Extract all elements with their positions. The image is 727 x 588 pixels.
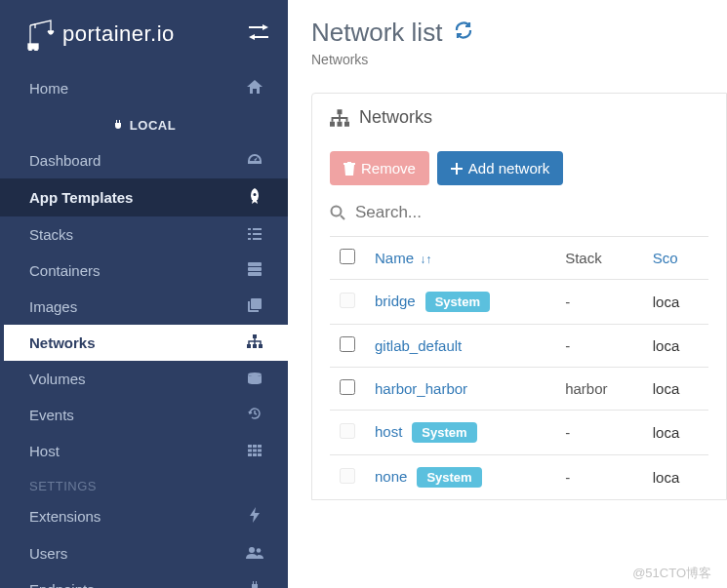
panel-title: Networks (359, 107, 432, 128)
watermark: @51CTO博客 (632, 565, 711, 582)
nav-extensions[interactable]: Extensions (0, 497, 288, 535)
system-tag: System (425, 292, 490, 312)
settings-heading: SETTINGS (0, 469, 288, 497)
nav-host[interactable]: Host (0, 433, 288, 469)
svg-rect-6 (253, 233, 262, 235)
button-label: Remove (361, 160, 416, 176)
table-row: noneSystem-loca (330, 455, 708, 500)
nav-users[interactable]: Users (0, 535, 288, 571)
plug-icon (245, 581, 264, 588)
add-network-button[interactable]: Add network (437, 151, 563, 185)
stack-cell: - (555, 280, 643, 325)
brand-text: portainer.io (62, 21, 175, 47)
nav-label: Stacks (29, 226, 73, 243)
svg-rect-7 (248, 238, 251, 240)
nav-label: Endpoints (29, 581, 95, 588)
stack-cell: harbor (555, 368, 643, 411)
nav-label: App Templates (29, 189, 133, 206)
nav-dashboard[interactable]: Dashboard (0, 142, 288, 178)
plug-icon (112, 120, 124, 132)
nav-label: Images (29, 298, 77, 315)
tachometer-icon (245, 152, 264, 169)
hdd-icon (245, 371, 264, 387)
nav-label: Extensions (29, 508, 101, 525)
row-checkbox (340, 468, 355, 484)
svg-rect-4 (253, 228, 262, 230)
select-all-checkbox[interactable] (340, 249, 355, 264)
remove-button[interactable]: Remove (330, 151, 429, 185)
network-name-link[interactable]: host (375, 423, 402, 440)
row-checkbox (340, 293, 355, 308)
svg-rect-12 (251, 298, 262, 309)
logo[interactable]: portainer.io (27, 18, 175, 51)
nav-images[interactable]: Images (0, 289, 288, 325)
nav-app-templates[interactable]: App Templates (0, 178, 288, 216)
page-title: Network list (311, 18, 442, 48)
stack-cell: - (555, 411, 643, 455)
nav-home[interactable]: Home (0, 68, 288, 108)
svg-point-17 (248, 372, 262, 376)
svg-rect-32 (338, 121, 343, 126)
network-name-link[interactable]: gitlab_default (375, 337, 462, 354)
nav-list: Home LOCAL Dashboard App Templates Stack… (0, 68, 288, 588)
scope-cell: loca (643, 455, 708, 500)
svg-rect-10 (248, 267, 262, 271)
svg-point-2 (35, 49, 37, 51)
svg-rect-18 (248, 445, 252, 448)
nav-containers[interactable]: Containers (0, 253, 288, 289)
stack-cell: - (555, 455, 643, 500)
search-icon (330, 205, 345, 220)
scope-cell: loca (643, 325, 708, 368)
nav-events[interactable]: Events (0, 397, 288, 433)
endpoint-section: LOCAL (0, 108, 288, 142)
col-name[interactable]: Name ↓↑ (365, 237, 555, 280)
svg-rect-14 (247, 344, 251, 348)
col-stack[interactable]: Stack (555, 237, 643, 280)
history-icon (245, 407, 264, 423)
svg-rect-30 (338, 109, 343, 114)
nav-stacks[interactable]: Stacks (0, 216, 288, 253)
svg-rect-22 (253, 450, 257, 452)
search-input[interactable] (355, 203, 550, 222)
nav-label: Containers (29, 262, 101, 279)
col-scope[interactable]: Sco (643, 237, 708, 280)
svg-rect-11 (248, 272, 262, 276)
row-checkbox[interactable] (340, 336, 355, 352)
network-name-link[interactable]: harbor_harbor (375, 380, 467, 397)
svg-rect-8 (253, 238, 262, 240)
svg-rect-20 (258, 445, 262, 448)
row-checkbox[interactable] (340, 379, 355, 395)
svg-rect-21 (248, 450, 252, 452)
svg-rect-25 (253, 453, 257, 456)
plus-icon (451, 163, 463, 175)
nav-label: Users (29, 545, 67, 562)
users-icon (245, 545, 264, 562)
svg-rect-3 (248, 228, 251, 230)
crane-icon (27, 18, 57, 51)
table-row: bridgeSystem-loca (330, 280, 708, 325)
row-checkbox (340, 423, 355, 439)
th-icon (245, 443, 264, 459)
page-header: Network list Networks (311, 18, 727, 67)
svg-point-1 (29, 49, 31, 51)
svg-rect-24 (248, 453, 252, 456)
search-row (330, 203, 708, 222)
sidebar-toggle-icon[interactable] (249, 24, 268, 45)
nav-label: Events (29, 407, 74, 423)
scope-cell: loca (643, 280, 708, 325)
svg-rect-31 (330, 121, 335, 126)
server-icon (245, 262, 264, 279)
nav-volumes[interactable]: Volumes (0, 361, 288, 397)
svg-point-28 (257, 548, 262, 553)
nav-networks[interactable]: Networks (0, 325, 288, 361)
nav-label: Volumes (29, 371, 86, 387)
refresh-icon[interactable] (454, 20, 473, 45)
svg-rect-13 (253, 334, 257, 338)
nav-endpoints[interactable]: Endpoints (0, 571, 288, 588)
nav-label: Home (29, 80, 68, 97)
breadcrumb: Networks (311, 52, 727, 67)
trash-icon (343, 162, 355, 176)
list-icon (245, 226, 264, 243)
network-name-link[interactable]: none (375, 468, 407, 485)
network-name-link[interactable]: bridge (375, 293, 416, 309)
